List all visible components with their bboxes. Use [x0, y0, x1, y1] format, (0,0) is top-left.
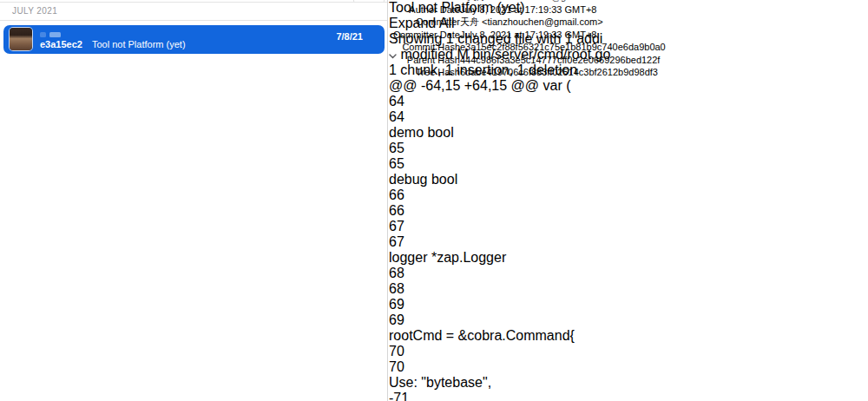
- metadata-row: Tree Hash6dabe419706c6f883ff02514c3bf261…: [389, 66, 868, 78]
- commit-list-panel: JULY 2021 e3a15ec2Tool not Platform (yet…: [0, 0, 388, 401]
- metadata-row: Parent Hash444c986f3a3e5c14777cff0e2e066…: [389, 54, 868, 66]
- diff-row: 6464 demo bool: [389, 94, 868, 141]
- commit-message: Tool not Platform (yet): [92, 39, 186, 49]
- metadata-value: July 8, 2021 at 17:19:33 GMT+8: [460, 29, 596, 41]
- metadata-value: July 8, 2021 at 17:19:33 GMT+8: [460, 3, 596, 16]
- new-line-number: 66: [389, 203, 868, 219]
- code-segment: Use: "bytebase",: [389, 375, 491, 390]
- metadata-value: 444c986f3a3e5c14777cff0e2e0669296bed122f: [460, 54, 660, 66]
- commit-list-section-header: JULY 2021: [0, 2, 387, 21]
- new-line-number: 67: [389, 234, 868, 250]
- code-text: debug bool: [389, 172, 868, 187]
- metadata-value: 天舟 <tianzhouchen@gmail.com>: [460, 16, 603, 28]
- new-line-number: 69: [389, 312, 868, 328]
- commit-metadata: Author DateJuly 8, 2021 at 17:19:33 GMT+…: [389, 3, 868, 78]
- diff-row: -71 Short: "Bytebase is a database schem…: [389, 391, 868, 401]
- metadata-label: Author Date: [389, 3, 460, 16]
- metadata-value: e3a15ec2f88f56321c75e1b81b9c740e6da9b0a0: [460, 41, 666, 53]
- metadata-label: Parent Hash: [389, 54, 460, 66]
- old-line-number: 66: [389, 187, 868, 203]
- old-line-number: 65: [389, 141, 868, 156]
- new-line-number: 65: [389, 156, 868, 172]
- old-line-number: 67: [389, 219, 868, 234]
- commit-date: 7/8/21: [336, 31, 363, 42]
- metadata-label: Commit Hash: [389, 41, 460, 53]
- commit-detail-panel: 天舟 <tianzhouchen@gmail.com> Author DateJ…: [389, 0, 868, 401]
- commit-summary-line: e3a15ec2Tool not Platform (yet): [40, 39, 186, 49]
- avatar: [10, 28, 32, 50]
- metadata-label: Tree Hash: [389, 66, 460, 78]
- diff-row: 7070 Use: "bytebase",: [389, 344, 868, 391]
- metadata-row: Committer DateJuly 8, 2021 at 17:19:33 G…: [389, 29, 868, 41]
- diff-row: 6565 debug bool: [389, 141, 868, 187]
- metadata-row: Author DateJuly 8, 2021 at 17:19:33 GMT+…: [389, 3, 868, 16]
- diff-row: 6969 rootCmd = &cobra.Command{: [389, 297, 868, 344]
- commit-list-item-selected[interactable]: e3a15ec2Tool not Platform (yet) 7/8/21: [3, 25, 385, 54]
- metadata-row: Commit Hashe3a15ec2f88f56321c75e1b81b9c7…: [389, 41, 868, 53]
- code-text: rootCmd = &cobra.Command{: [389, 328, 868, 344]
- old-line-number: 70: [389, 344, 868, 359]
- new-line-number: 64: [389, 109, 868, 125]
- code-segment: debug bool: [389, 172, 457, 187]
- diff-row: 6767 logger *zap.Logger: [389, 219, 868, 266]
- code-segment: rootCmd = &cobra.Command{: [389, 328, 575, 343]
- hunk-header: @@ -64,15 +64,15 @@ var (: [389, 78, 868, 94]
- new-line-number: 68: [389, 281, 868, 297]
- code-text: Use: "bytebase",: [389, 375, 868, 391]
- metadata-value: 6dabe419706c6f883ff02514c3bf2612b9d98df3: [460, 66, 658, 78]
- metadata-row: Committer天舟 <tianzhouchen@gmail.com>: [389, 16, 868, 28]
- metadata-label: Committer Date: [389, 29, 460, 41]
- metadata-label: Committer: [389, 16, 460, 28]
- diff-row: 6666: [389, 187, 868, 219]
- old-line-number: 69: [389, 297, 868, 312]
- code-text: logger *zap.Logger: [389, 250, 868, 266]
- old-line-number: 64: [389, 94, 868, 109]
- author-name-redacted: [40, 32, 61, 37]
- code-segment: logger *zap.Logger: [389, 250, 506, 265]
- code-segment: demo bool: [389, 125, 454, 140]
- code-text: demo bool: [389, 125, 868, 141]
- diff-row: 6868: [389, 266, 868, 297]
- diff-code-area: 6464 demo bool6565 debug bool66666767 lo…: [389, 94, 868, 401]
- old-line-number: 68: [389, 266, 868, 281]
- old-line-number: -71: [389, 391, 868, 401]
- new-line-number: 70: [389, 359, 868, 375]
- commit-short-hash: e3a15ec2: [40, 39, 82, 49]
